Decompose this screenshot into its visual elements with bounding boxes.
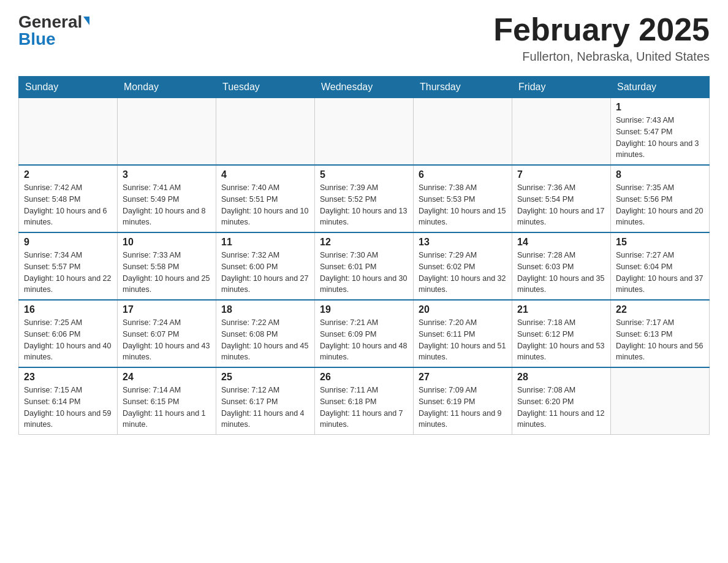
weekday-header-thursday: Thursday (414, 77, 512, 98)
calendar-cell: 1Sunrise: 7:43 AMSunset: 5:47 PMDaylight… (611, 98, 710, 166)
calendar-cell (216, 98, 315, 166)
day-number: 26 (320, 372, 408, 383)
day-info: Sunrise: 7:18 AMSunset: 6:12 PMDaylight:… (517, 317, 605, 363)
page-header: General Blue February 2025 Fullerton, Ne… (18, 12, 710, 64)
day-info: Sunrise: 7:30 AMSunset: 6:01 PMDaylight:… (320, 250, 408, 296)
day-info: Sunrise: 7:43 AMSunset: 5:47 PMDaylight:… (616, 115, 704, 161)
weekday-header-saturday: Saturday (611, 77, 710, 98)
logo-blue-text: Blue (18, 29, 56, 49)
calendar-cell (315, 98, 414, 166)
calendar-cell: 19Sunrise: 7:21 AMSunset: 6:09 PMDayligh… (315, 300, 414, 367)
day-info: Sunrise: 7:33 AMSunset: 5:58 PMDaylight:… (123, 250, 211, 296)
calendar-cell: 28Sunrise: 7:08 AMSunset: 6:20 PMDayligh… (512, 367, 611, 435)
weekday-header-monday: Monday (118, 77, 216, 98)
day-number: 27 (419, 372, 507, 383)
calendar-cell: 14Sunrise: 7:28 AMSunset: 6:03 PMDayligh… (512, 232, 611, 300)
day-number: 4 (221, 169, 309, 180)
day-info: Sunrise: 7:36 AMSunset: 5:54 PMDaylight:… (517, 182, 605, 228)
day-info: Sunrise: 7:20 AMSunset: 6:11 PMDaylight:… (419, 317, 507, 363)
day-number: 1 (616, 102, 704, 113)
logo-triangle-icon (83, 17, 89, 25)
day-number: 20 (419, 304, 507, 315)
day-number: 25 (221, 372, 309, 383)
day-number: 7 (517, 169, 605, 180)
weekday-header-wednesday: Wednesday (315, 77, 414, 98)
day-info: Sunrise: 7:39 AMSunset: 5:52 PMDaylight:… (320, 182, 408, 228)
calendar-week-row: 2Sunrise: 7:42 AMSunset: 5:48 PMDaylight… (19, 165, 710, 232)
calendar-cell: 22Sunrise: 7:17 AMSunset: 6:13 PMDayligh… (611, 300, 710, 367)
weekday-header-friday: Friday (512, 77, 611, 98)
day-info: Sunrise: 7:41 AMSunset: 5:49 PMDaylight:… (123, 182, 211, 228)
day-number: 24 (123, 372, 211, 383)
weekday-header-tuesday: Tuesday (216, 77, 315, 98)
day-info: Sunrise: 7:42 AMSunset: 5:48 PMDaylight:… (24, 182, 112, 228)
day-number: 14 (517, 237, 605, 248)
calendar-cell: 8Sunrise: 7:35 AMSunset: 5:56 PMDaylight… (611, 165, 710, 232)
calendar-cell: 18Sunrise: 7:22 AMSunset: 6:08 PMDayligh… (216, 300, 315, 367)
day-info: Sunrise: 7:24 AMSunset: 6:07 PMDaylight:… (123, 317, 211, 363)
day-number: 19 (320, 304, 408, 315)
calendar-cell: 9Sunrise: 7:34 AMSunset: 5:57 PMDaylight… (19, 232, 118, 300)
day-info: Sunrise: 7:21 AMSunset: 6:09 PMDaylight:… (320, 317, 408, 363)
day-number: 15 (616, 237, 704, 248)
calendar-cell: 24Sunrise: 7:14 AMSunset: 6:15 PMDayligh… (118, 367, 216, 435)
day-info: Sunrise: 7:15 AMSunset: 6:14 PMDaylight:… (24, 385, 112, 431)
calendar-cell: 3Sunrise: 7:41 AMSunset: 5:49 PMDaylight… (118, 165, 216, 232)
day-number: 5 (320, 169, 408, 180)
calendar-cell: 26Sunrise: 7:11 AMSunset: 6:18 PMDayligh… (315, 367, 414, 435)
weekday-header-sunday: Sunday (19, 77, 118, 98)
calendar-cell: 25Sunrise: 7:12 AMSunset: 6:17 PMDayligh… (216, 367, 315, 435)
day-info: Sunrise: 7:22 AMSunset: 6:08 PMDaylight:… (221, 317, 309, 363)
day-number: 23 (24, 372, 112, 383)
day-info: Sunrise: 7:27 AMSunset: 6:04 PMDaylight:… (616, 250, 704, 296)
calendar-cell: 6Sunrise: 7:38 AMSunset: 5:53 PMDaylight… (414, 165, 512, 232)
day-info: Sunrise: 7:14 AMSunset: 6:15 PMDaylight:… (123, 385, 211, 431)
calendar-week-row: 9Sunrise: 7:34 AMSunset: 5:57 PMDaylight… (19, 232, 710, 300)
calendar-cell: 4Sunrise: 7:40 AMSunset: 5:51 PMDaylight… (216, 165, 315, 232)
day-info: Sunrise: 7:11 AMSunset: 6:18 PMDaylight:… (320, 385, 408, 431)
calendar-title: February 2025 (493, 12, 710, 47)
calendar-cell (19, 98, 118, 166)
day-number: 12 (320, 237, 408, 248)
day-info: Sunrise: 7:38 AMSunset: 5:53 PMDaylight:… (419, 182, 507, 228)
calendar-week-row: 23Sunrise: 7:15 AMSunset: 6:14 PMDayligh… (19, 367, 710, 435)
calendar-cell: 16Sunrise: 7:25 AMSunset: 6:06 PMDayligh… (19, 300, 118, 367)
calendar-cell: 20Sunrise: 7:20 AMSunset: 6:11 PMDayligh… (414, 300, 512, 367)
calendar-subtitle: Fullerton, Nebraska, United States (493, 50, 710, 64)
day-info: Sunrise: 7:28 AMSunset: 6:03 PMDaylight:… (517, 250, 605, 296)
calendar-cell: 15Sunrise: 7:27 AMSunset: 6:04 PMDayligh… (611, 232, 710, 300)
day-number: 2 (24, 169, 112, 180)
calendar-cell: 13Sunrise: 7:29 AMSunset: 6:02 PMDayligh… (414, 232, 512, 300)
calendar-cell: 27Sunrise: 7:09 AMSunset: 6:19 PMDayligh… (414, 367, 512, 435)
calendar-cell: 10Sunrise: 7:33 AMSunset: 5:58 PMDayligh… (118, 232, 216, 300)
calendar-cell: 7Sunrise: 7:36 AMSunset: 5:54 PMDaylight… (512, 165, 611, 232)
day-info: Sunrise: 7:17 AMSunset: 6:13 PMDaylight:… (616, 317, 704, 363)
day-info: Sunrise: 7:25 AMSunset: 6:06 PMDaylight:… (24, 317, 112, 363)
day-info: Sunrise: 7:12 AMSunset: 6:17 PMDaylight:… (221, 385, 309, 431)
day-number: 16 (24, 304, 112, 315)
day-info: Sunrise: 7:35 AMSunset: 5:56 PMDaylight:… (616, 182, 704, 228)
day-number: 8 (616, 169, 704, 180)
weekday-header-row: SundayMondayTuesdayWednesdayThursdayFrid… (19, 77, 710, 98)
day-number: 6 (419, 169, 507, 180)
calendar-cell (512, 98, 611, 166)
calendar-cell (414, 98, 512, 166)
calendar-cell: 2Sunrise: 7:42 AMSunset: 5:48 PMDaylight… (19, 165, 118, 232)
calendar-cell: 5Sunrise: 7:39 AMSunset: 5:52 PMDaylight… (315, 165, 414, 232)
calendar-week-row: 1Sunrise: 7:43 AMSunset: 5:47 PMDaylight… (19, 98, 710, 166)
day-number: 9 (24, 237, 112, 248)
day-number: 11 (221, 237, 309, 248)
calendar-cell (118, 98, 216, 166)
day-number: 3 (123, 169, 211, 180)
day-info: Sunrise: 7:32 AMSunset: 6:00 PMDaylight:… (221, 250, 309, 296)
calendar-table: SundayMondayTuesdayWednesdayThursdayFrid… (18, 76, 710, 435)
day-number: 10 (123, 237, 211, 248)
calendar-cell: 12Sunrise: 7:30 AMSunset: 6:01 PMDayligh… (315, 232, 414, 300)
day-info: Sunrise: 7:08 AMSunset: 6:20 PMDaylight:… (517, 385, 605, 431)
calendar-cell (611, 367, 710, 435)
day-number: 13 (419, 237, 507, 248)
day-number: 18 (221, 304, 309, 315)
day-number: 22 (616, 304, 704, 315)
calendar-cell: 23Sunrise: 7:15 AMSunset: 6:14 PMDayligh… (19, 367, 118, 435)
day-info: Sunrise: 7:40 AMSunset: 5:51 PMDaylight:… (221, 182, 309, 228)
